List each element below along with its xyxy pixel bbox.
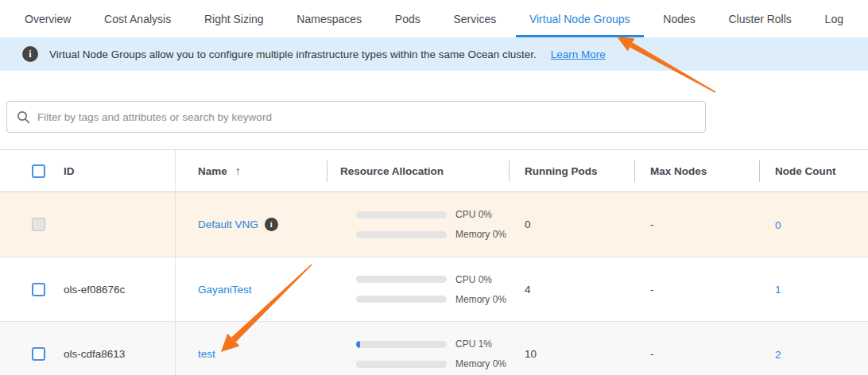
cpu-usage-bar <box>356 341 447 348</box>
header-running-pods: Running Pods <box>509 150 634 191</box>
max-nodes-value: - <box>634 218 759 230</box>
header-resource-allocation: Resource Allocation <box>327 150 509 191</box>
tab-services[interactable]: Services <box>440 0 510 37</box>
cpu-label: CPU 0% <box>455 274 492 285</box>
node-count-link[interactable]: 2 <box>775 349 781 361</box>
tab-cluster-rolls[interactable]: Cluster Rolls <box>715 0 804 37</box>
running-pods-value: 10 <box>509 348 634 360</box>
vng-name-link[interactable]: GayaniTest <box>198 284 252 296</box>
running-pods-value: 0 <box>509 218 634 230</box>
cpu-label: CPU 1% <box>455 338 492 350</box>
tab-log[interactable]: Log <box>812 0 857 37</box>
tab-overview[interactable]: Overview <box>11 0 84 37</box>
resource-allocation-cell: CPU 1% Memory 0% <box>327 338 509 369</box>
header-id: ID <box>48 150 175 191</box>
cpu-usage-bar <box>356 276 447 283</box>
learn-more-link[interactable]: Learn More <box>551 48 606 60</box>
tab-namespaces[interactable]: Namespaces <box>283 0 375 37</box>
tab-nodes[interactable]: Nodes <box>649 0 708 37</box>
resource-allocation-cell: CPU 0% Memory 0% <box>327 274 509 305</box>
memory-label: Memory 0% <box>455 229 506 240</box>
header-max-nodes: Max Nodes <box>634 150 759 191</box>
search-icon <box>17 110 30 124</box>
header-node-count: Node Count <box>759 150 868 191</box>
row-checkbox[interactable] <box>32 283 45 296</box>
table-row-gayanitest: ols-ef08676c GayaniTest CPU 0% Memory 0%… <box>0 257 868 322</box>
tab-cost-analysis[interactable]: Cost Analysis <box>91 0 184 37</box>
running-pods-value: 4 <box>509 284 634 296</box>
row-checkbox[interactable] <box>32 347 45 361</box>
table-row-default-vng: Default VNG i CPU 0% Memory 0% 0 - 0 <box>0 192 868 257</box>
node-count-link[interactable]: 0 <box>775 219 781 231</box>
max-nodes-value: - <box>634 348 759 360</box>
tab-pods[interactable]: Pods <box>382 0 434 37</box>
table-header-row: ID Name ↑ Resource Allocation Running Po… <box>0 150 868 192</box>
ocean-cluster-page: Overview Cost Analysis Right Sizing Name… <box>0 0 868 375</box>
node-count-link[interactable]: 1 <box>775 284 781 296</box>
vng-name-link[interactable]: test <box>198 348 215 360</box>
info-banner: i Virtual Node Groups allow you to confi… <box>0 37 868 71</box>
max-nodes-value: - <box>634 284 759 296</box>
tab-right-sizing[interactable]: Right Sizing <box>191 0 277 37</box>
memory-usage-bar <box>356 361 447 368</box>
memory-label: Memory 0% <box>455 294 506 305</box>
memory-usage-bar <box>356 296 447 303</box>
search-area <box>6 101 868 133</box>
memory-label: Memory 0% <box>455 358 506 369</box>
row-checkbox-disabled <box>32 218 45 231</box>
vng-id: ols-cdfa8613 <box>48 348 175 360</box>
select-all-checkbox[interactable] <box>32 164 45 178</box>
header-name[interactable]: Name ↑ <box>175 150 327 191</box>
cpu-label: CPU 0% <box>455 209 492 220</box>
vng-name-link[interactable]: Default VNG <box>198 218 258 230</box>
info-icon: i <box>22 46 38 62</box>
search-input[interactable] <box>37 111 696 123</box>
vng-id: ols-ef08676c <box>48 284 175 296</box>
tab-bar: Overview Cost Analysis Right Sizing Name… <box>0 0 868 37</box>
cpu-usage-bar <box>356 211 447 218</box>
memory-usage-bar <box>356 231 447 238</box>
sort-ascending-icon[interactable]: ↑ <box>235 164 241 177</box>
filter-search-box[interactable] <box>6 101 706 133</box>
banner-text: Virtual Node Groups allow you to configu… <box>49 48 537 60</box>
vng-info-icon[interactable]: i <box>265 218 278 231</box>
resource-allocation-cell: CPU 0% Memory 0% <box>327 209 509 240</box>
header-name-label: Name <box>198 165 227 177</box>
table-row-test: ols-cdfa8613 test CPU 1% Memory 0% 10 - … <box>0 322 868 375</box>
tab-virtual-node-groups[interactable]: Virtual Node Groups <box>516 0 644 37</box>
vng-table: ID Name ↑ Resource Allocation Running Po… <box>0 149 868 375</box>
